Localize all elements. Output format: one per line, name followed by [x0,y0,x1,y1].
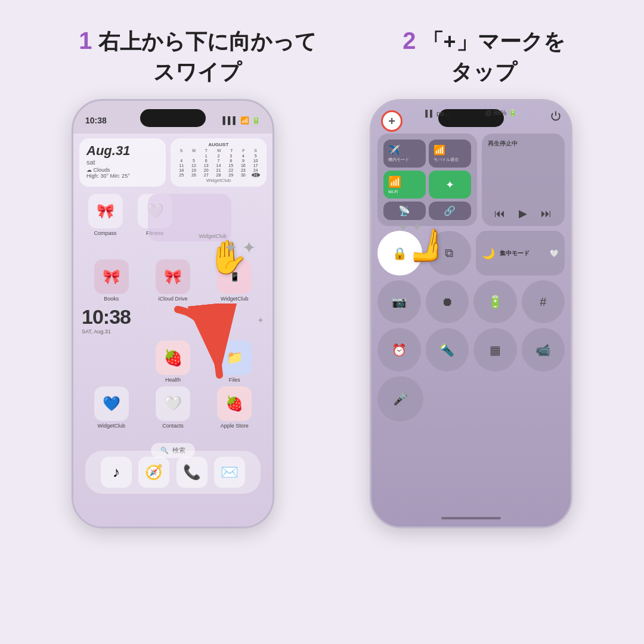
cc-signal: ▌▌ po... [425,110,449,117]
compass-label: Compass [94,230,116,236]
qr-btn[interactable]: ▦ [473,328,517,371]
step1-text: 右上から下に向かってスワイプ [98,29,317,84]
alarm-icon: ⏰ [392,343,407,357]
sparkle-decoration: ✦ [257,315,264,325]
swipe-sparkle: ✦ ✦ [224,238,256,258]
alarm-btn[interactable]: ⏰ [377,328,421,371]
calculator-icon: # [540,295,546,309]
play-button[interactable]: ▶ [519,207,527,220]
cellular-icon: 📶 [434,144,466,156]
airplane-btn[interactable]: ✈️ 機内モード [383,140,426,168]
focus-mode-btn[interactable]: 🌙 集中モード 🤍 [476,231,565,275]
hotspot-btn[interactable]: 🔗 [429,202,471,220]
cc-row2: 🔒 ⧉ 🌙 集中モード 🤍 [377,231,565,275]
clock-time: 10:38 [82,305,131,329]
cellular-btn[interactable]: 📶 モバイル通信 [429,140,471,168]
step2-text: 「+」マークをタップ [422,29,565,84]
heart-icon-cc: 🤍 [550,249,559,258]
focus-label: 集中モード [500,249,530,258]
media-controls: ⏮ ▶ ⏭ [488,207,559,220]
books-icon: 🎀 [94,259,129,294]
cal-col-t1: T [205,148,208,153]
cal-row-3: 11 12 13 14 15 16 17 [175,163,262,168]
bluetooth-btn[interactable]: ✦ [429,171,471,199]
calculator-btn[interactable]: # [522,280,565,324]
app-grid-4: 💙 WidgetClub 🤍 Contacts 🍓 Apple Store [73,386,273,429]
cal-col-t2: T [230,148,233,153]
step2-number: 2 [402,27,416,54]
phone1-frame: 10:38 ▌▌▌ 📶 🔋 Aug.31 sat ☁ CloudsHigh: 3… [72,99,274,528]
media-tile: 再生停止中 ⏮ ▶ ⏭ [482,134,565,226]
wifi-btn[interactable]: 📶 Wi-Fi [383,171,426,199]
wifi-icon-cc: 📶 [388,175,421,188]
weather-display: ☁ CloudsHigh: 30° Min: 25° [86,167,159,179]
moon-icon: 🌙 [482,247,495,260]
app-widgetclub2[interactable]: 💙 WidgetClub [82,386,141,429]
status-icons-1: ▌▌▌ 📶 🔋 [222,116,261,125]
calendar-header: S M T W T F S [175,148,262,153]
control-center: ✈️ 機内モード 📶 モバイル通信 📶 Wi-Fi [377,134,565,527]
tap-sparkle: ✦ ✦ [398,220,422,234]
app-grid-1: 🎀 Compass 🤍 Fitness WidgetClub [73,194,273,242]
header: 1 右上から下に向かってスワイプ 2 「+」マークをタップ [0,0,644,99]
plus-button[interactable]: + [381,110,402,132]
prev-button[interactable]: ⏮ [494,208,505,220]
video-icon: 📹 [535,343,550,357]
contacts-label: Contacts [162,423,184,429]
files-icon: 📁 [217,340,252,375]
voice-icon: 🎤 [393,392,408,406]
app-applestore[interactable]: 🍓 Apple Store [205,386,264,429]
cal-col-f: F [242,148,244,153]
app-compass[interactable]: 🎀 Compass [82,194,129,242]
signal-icon: ▌▌▌ [222,116,238,125]
lock-rotation-icon: 🔒 [392,246,407,261]
app-icloud[interactable]: 🎀 iCloud Drive [143,259,202,302]
airdrop-btn[interactable]: 📡 [383,202,426,220]
flashlight-btn[interactable]: 🔦 [426,328,469,371]
camera-btn[interactable]: 📷 [377,280,421,324]
battery-icon-cc: 🔋 [488,295,503,309]
dynamic-island-1 [140,109,206,127]
health-icon: 🍓 [156,340,190,375]
next-button[interactable]: ⏭ [541,208,552,220]
dock: ♪ 🧭 📞 ✉️ [85,451,261,494]
calendar-widget: AUGUST S M T W T F S 1 2 [171,138,267,187]
bluetooth-icon: ✦ [445,178,454,191]
home-indicator-2 [441,517,501,519]
video-btn[interactable]: 📹 [522,328,565,371]
power-button[interactable] [550,110,561,123]
icloud-icon: 🎀 [156,259,190,294]
date-display: Aug.31 [86,143,159,159]
screen-record-btn[interactable]: ⏺ [426,280,469,324]
cal-col-s1: S [180,148,183,153]
empty-icon-1 [94,340,129,375]
cc-row4: ⏰ 🔦 ▦ 📹 [377,328,565,371]
dock-compass[interactable]: 🧭 [138,457,169,488]
cc-row1: ✈️ 機内モード 📶 モバイル通信 📶 Wi-Fi [377,134,565,226]
dock-music[interactable]: ♪ [101,457,132,488]
phone1-screen: Aug.31 sat ☁ CloudsHigh: 30° Min: 25° AU… [73,134,273,527]
screen-record-icon: ⏺ [441,295,453,309]
step1-number: 1 [79,27,92,54]
app-contacts[interactable]: 🤍 Contacts [143,386,202,429]
calendar-title: AUGUST [175,142,262,147]
app-files[interactable]: 📁 Files [205,340,264,383]
voice-btn[interactable]: 🎤 [377,376,423,422]
dock-mail[interactable]: ✉️ [214,457,245,488]
app-widget-placeholder: WidgetClub [181,194,264,242]
cal-row-5: 25 26 27 28 29 30 31 [175,173,262,177]
widgetclub-label: WidgetClub [175,178,262,183]
widgetclub2-label: WidgetClub [97,423,125,429]
dock-phone[interactable]: 📞 [177,457,208,488]
app-books[interactable]: 🎀 Books [82,259,141,302]
battery-btn[interactable]: 🔋 [473,280,517,324]
icloud-label: iCloud Drive [158,296,187,302]
cc-row3: 📷 ⏺ 🔋 # [377,280,565,324]
flashlight-icon: 🔦 [439,343,454,357]
files-label: Files [229,377,240,383]
app-health[interactable]: 🍓 Health [143,340,202,383]
applestore-label: Apple Store [221,423,249,429]
contacts-icon: 🤍 [156,386,190,421]
widget-placeholder-icon: WidgetClub [148,194,231,242]
network-tile: ✈️ 機内モード 📶 モバイル通信 📶 Wi-Fi [377,134,477,226]
